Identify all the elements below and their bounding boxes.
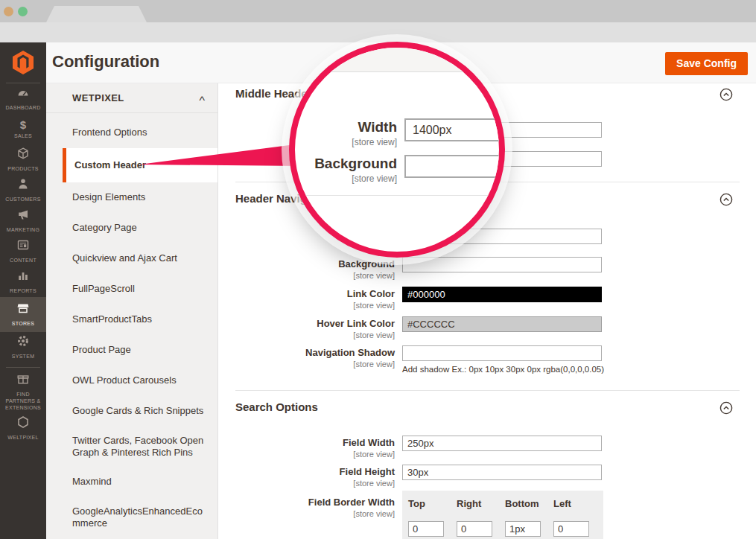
admin-sidebar: DASHBOARD $ SALES PRODUCTS CUSTOMERS MAR… bbox=[0, 42, 46, 539]
section-divider bbox=[235, 390, 740, 391]
field-label-wrap: Link Color [store view] bbox=[231, 287, 395, 310]
magnified-field-label: Width bbox=[295, 120, 397, 135]
nav-item-label: REPORTS bbox=[10, 287, 36, 294]
config-nav-item-frontend-options[interactable]: Frontend Options bbox=[46, 118, 217, 148]
border-bottom-input[interactable] bbox=[505, 521, 541, 537]
nav-item-label: SYSTEM bbox=[12, 353, 35, 360]
field-label: Hover Link Color bbox=[231, 319, 395, 329]
field-label: Field Height bbox=[231, 467, 395, 477]
bar-chart-icon bbox=[16, 269, 30, 285]
nav-item-stores[interactable]: STORES bbox=[0, 297, 46, 332]
config-nav-item-category-page[interactable]: Category Page bbox=[46, 213, 217, 243]
border-width-headers: Top Right Bottom Left bbox=[408, 498, 603, 509]
border-left-input[interactable] bbox=[553, 521, 589, 537]
nav-item-weltpixel[interactable]: WELTPIXEL bbox=[0, 411, 46, 445]
nav-background-input[interactable] bbox=[402, 257, 602, 272]
col-header-left: Left bbox=[553, 498, 602, 509]
field-label: Link Color bbox=[231, 289, 395, 299]
config-nav-item-fullpagescroll[interactable]: FullPageScroll bbox=[46, 274, 217, 304]
section-title-middle-header: Middle Header bbox=[235, 87, 312, 100]
collapse-section-icon[interactable] bbox=[720, 401, 733, 415]
field-scope: [store view] bbox=[231, 331, 395, 339]
magnified-background-input[interactable] bbox=[404, 155, 499, 178]
field-height-input[interactable] bbox=[402, 465, 602, 480]
nav-item-label: CONTENT bbox=[10, 257, 36, 264]
border-width-inputs bbox=[408, 521, 603, 537]
config-nav-item-smartproducttabs[interactable]: SmartProductTabs bbox=[46, 304, 217, 335]
collapse-section-icon[interactable] bbox=[720, 88, 733, 101]
nav-item-label: PRODUCTS bbox=[7, 165, 39, 172]
collapse-section-icon[interactable] bbox=[720, 193, 733, 206]
nav-item-customers[interactable]: CUSTOMERS bbox=[0, 175, 46, 205]
gear-icon bbox=[16, 334, 30, 351]
config-nav-item-design-elements[interactable]: Design Elements bbox=[46, 182, 217, 213]
nav-item-products[interactable]: PRODUCTS bbox=[0, 144, 46, 175]
config-nav-item-product-page[interactable]: Product Page bbox=[46, 335, 217, 366]
chevron-up-icon: ˄ bbox=[198, 94, 205, 103]
nav-item-system[interactable]: SYSTEM bbox=[0, 332, 46, 363]
dollar-icon: $ bbox=[20, 119, 26, 130]
config-nav-item-custom-header[interactable]: Custom Header bbox=[63, 148, 217, 182]
field-label-wrap: Field Width [store view] bbox=[231, 436, 395, 459]
field-label-wrap: Background [store view] bbox=[231, 257, 395, 280]
nav-item-marketing[interactable]: MARKETING bbox=[0, 205, 46, 236]
nav-item-content[interactable]: CONTENT bbox=[0, 236, 46, 267]
nav-item-label: STORES bbox=[12, 320, 34, 327]
nav-item-label: FIND PARTNERS & EXTENSIONS bbox=[0, 391, 46, 411]
magnified-width-input[interactable] bbox=[404, 118, 499, 141]
config-nav-item-google-cards[interactable]: Google Cards & Rich Snippets bbox=[46, 396, 217, 427]
field-label: Background bbox=[231, 259, 395, 270]
col-header-right: Right bbox=[457, 498, 505, 509]
field-label: Field Width bbox=[231, 438, 395, 448]
nav-item-label: WELTPIXEL bbox=[7, 434, 38, 441]
magnified-field-scope: [store view] bbox=[295, 137, 397, 147]
config-nav-item-google-analytics[interactable]: GoogleAnalyticsEnhancedEcommerce bbox=[46, 497, 217, 538]
field-label-wrap: Navigation Shadow [store view] bbox=[231, 345, 395, 369]
nav-item-label: CUSTOMERS bbox=[5, 196, 40, 202]
field-width-input[interactable] bbox=[402, 436, 602, 451]
magnifier-content: Width [store view] Background [store vie… bbox=[295, 48, 499, 252]
nav-item-label: SALES bbox=[14, 133, 32, 139]
nav-item-reports[interactable]: REPORTS bbox=[0, 267, 46, 297]
config-nav-item-maxmind[interactable]: Maxmind bbox=[46, 467, 217, 497]
config-nav-item-owl-carousels[interactable]: OWL Product Carousels bbox=[46, 366, 217, 396]
field-scope: [store view] bbox=[231, 271, 395, 280]
config-nav-list: Frontend Options Custom Header Design El… bbox=[46, 113, 217, 538]
save-config-button[interactable]: Save Config bbox=[665, 52, 748, 75]
browser-titlebar bbox=[0, 0, 756, 22]
config-nav-item-twitter-cards[interactable]: Twitter Cards, Facebook Open Graph & Pin… bbox=[46, 427, 217, 467]
storefront-icon bbox=[16, 302, 30, 318]
config-nav-item-quickview[interactable]: Quickview and Ajax Cart bbox=[46, 243, 217, 274]
field-scope: [store view] bbox=[231, 509, 395, 518]
link-color-input[interactable] bbox=[402, 287, 602, 302]
hover-link-color-input[interactable] bbox=[402, 316, 602, 332]
magnified-field-scope: [store view] bbox=[295, 173, 397, 184]
nav-item-label: MARKETING bbox=[7, 226, 39, 233]
nav-divider bbox=[6, 367, 40, 368]
col-header-bottom: Bottom bbox=[505, 498, 553, 509]
magnified-field-label: Background bbox=[295, 156, 397, 171]
border-right-input[interactable] bbox=[457, 521, 492, 537]
config-group-header[interactable]: WETPIXEL ˄ bbox=[46, 83, 217, 113]
hexagon-icon bbox=[16, 415, 30, 432]
person-icon bbox=[16, 177, 30, 194]
nav-item-sales[interactable]: $ SALES bbox=[0, 114, 46, 144]
field-label: Navigation Shadow bbox=[231, 348, 395, 358]
gift-box-icon bbox=[16, 372, 30, 389]
magnifier-circle: Width [store view] Background [store vie… bbox=[289, 42, 505, 258]
traffic-light-yellow-icon[interactable] bbox=[4, 7, 13, 16]
magnified-section-divider bbox=[295, 195, 499, 196]
border-width-table: Top Right Bottom Left bbox=[402, 491, 603, 539]
page-layout-icon bbox=[16, 238, 30, 255]
magento-logo[interactable] bbox=[0, 42, 46, 83]
border-top-input[interactable] bbox=[408, 521, 444, 537]
nav-item-find-partners[interactable]: FIND PARTNERS & EXTENSIONS bbox=[0, 372, 46, 411]
magento-logo-icon bbox=[12, 50, 34, 75]
cube-icon bbox=[16, 147, 30, 163]
traffic-light-green-icon[interactable] bbox=[18, 7, 28, 16]
col-header-top: Top bbox=[408, 498, 457, 509]
navigation-shadow-input[interactable] bbox=[402, 345, 602, 361]
nav-item-dashboard[interactable]: DASHBOARD bbox=[0, 83, 46, 114]
magnified-field-label-wrap: Width [store view] bbox=[295, 120, 397, 147]
browser-tab[interactable] bbox=[46, 6, 147, 22]
